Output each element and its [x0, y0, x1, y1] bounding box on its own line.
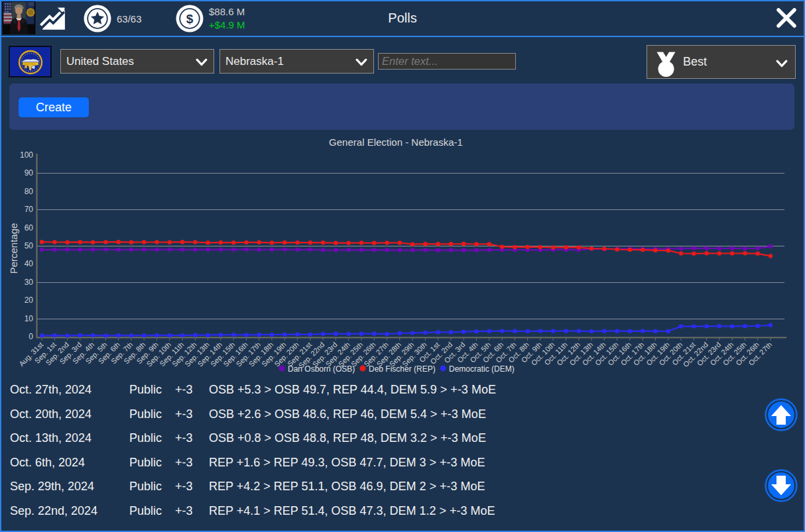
svg-text:Dan Osborn (OSB): Dan Osborn (OSB) — [288, 364, 355, 374]
svg-text:30: 30 — [25, 278, 34, 287]
svg-text:0: 0 — [29, 332, 33, 341]
svg-text:10: 10 — [25, 314, 34, 323]
svg-text:60: 60 — [25, 223, 34, 233]
svg-text:90: 90 — [25, 168, 34, 178]
svg-text:70: 70 — [25, 205, 34, 214]
svg-text:100: 100 — [20, 150, 33, 160]
svg-text:50: 50 — [25, 241, 34, 250]
svg-text:40: 40 — [25, 259, 34, 268]
svg-text:80: 80 — [25, 187, 34, 196]
svg-text:General Election - Nebraska-1: General Election - Nebraska-1 — [329, 136, 463, 148]
svg-text:Democratic (DEM): Democratic (DEM) — [449, 364, 515, 374]
svg-text:Deb Fischer (REP): Deb Fischer (REP) — [369, 364, 436, 374]
svg-text:Percentage: Percentage — [8, 223, 19, 274]
svg-text:20: 20 — [25, 295, 34, 305]
